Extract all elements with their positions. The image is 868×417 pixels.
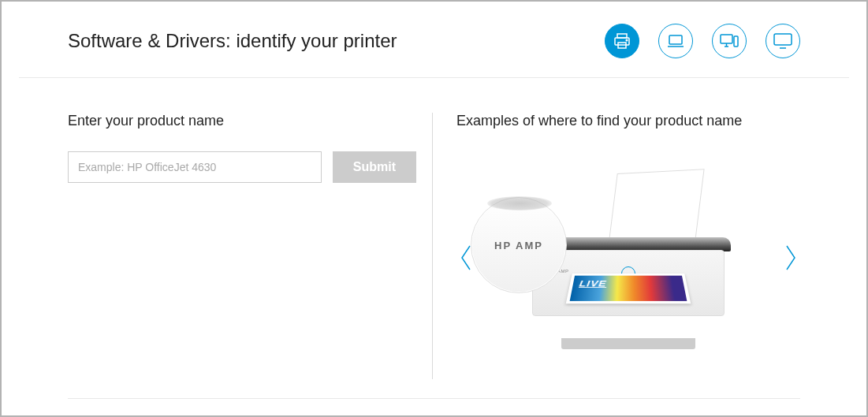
examples-label: Examples of where to find your product n… <box>456 113 800 129</box>
photo-output: LIVE <box>566 274 691 303</box>
svg-point-3 <box>626 39 628 41</box>
header-row: Software & Drivers: identify your printe… <box>19 24 849 78</box>
page-title: Software & Drivers: identify your printe… <box>68 30 397 52</box>
product-type-icons <box>605 24 800 58</box>
zoom-product-name: HP AMP <box>494 240 543 251</box>
examples-section: Examples of where to find your product n… <box>432 113 800 379</box>
svg-rect-4 <box>669 35 682 44</box>
svg-rect-5 <box>721 35 732 43</box>
product-type-laptop[interactable] <box>658 24 693 58</box>
laptop-icon <box>666 32 685 50</box>
monitor-icon <box>773 32 793 50</box>
search-label: Enter your product name <box>68 113 416 129</box>
product-name-input[interactable] <box>68 151 322 183</box>
footer-divider <box>68 398 800 399</box>
printer-icon <box>613 32 631 50</box>
zoom-circle: HP AMP <box>471 197 567 293</box>
carousel-next[interactable] <box>781 240 800 275</box>
svg-rect-6 <box>734 36 738 47</box>
search-section: Enter your product name Submit <box>68 113 432 379</box>
product-type-desktop[interactable] <box>712 24 747 58</box>
example-image: HP AMP LIVE HP AMP <box>475 167 781 348</box>
submit-button[interactable]: Submit <box>333 151 416 183</box>
product-type-monitor[interactable] <box>766 24 800 58</box>
desktop-icon <box>719 32 739 50</box>
photo-text: LIVE <box>579 279 607 289</box>
chevron-right-icon <box>784 244 797 271</box>
product-type-printer[interactable] <box>605 24 639 58</box>
